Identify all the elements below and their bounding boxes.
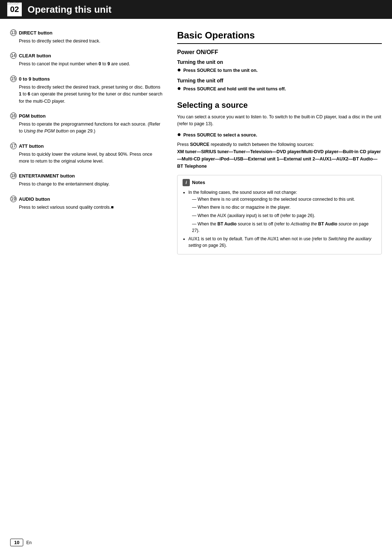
page-content: 13 DIRECT button Press to directly selec… bbox=[0, 19, 392, 265]
page-number: 10 bbox=[10, 539, 23, 546]
item-14-number: 14 bbox=[10, 52, 17, 59]
item-19-header: 19 AUDIO button bbox=[10, 196, 163, 203]
turn-on-subtitle: Turning the unit on bbox=[177, 59, 382, 65]
notes-header: i Notes bbox=[183, 179, 376, 186]
item-13-header: 13 DIRECT button bbox=[10, 30, 163, 36]
item-17-title: ATT button bbox=[19, 143, 44, 149]
item-16-header: 16 PGM button bbox=[10, 113, 163, 119]
note-item-2: AUX1 is set to on by default. Turn off t… bbox=[188, 236, 376, 249]
item-15-header: 15 0 to 9 buttons bbox=[10, 76, 163, 82]
note-sub-item-4: When the BT Audio source is set to off (… bbox=[192, 221, 376, 234]
item-15-body: Press to directly select the desired tra… bbox=[19, 84, 163, 105]
item-17: 17 ATT button Press to quickly lower the… bbox=[10, 143, 163, 165]
item-14-title: CLEAR button bbox=[19, 53, 51, 58]
select-source-text: Press SOURCE to select a source. bbox=[183, 132, 257, 139]
page-footer: 10 En bbox=[10, 539, 32, 546]
item-18-title: ENTERTAINMENT button bbox=[19, 173, 75, 179]
note-sub-item-2: When there is no disc or magazine in the… bbox=[192, 204, 376, 211]
item-13: 13 DIRECT button Press to directly selec… bbox=[10, 30, 163, 45]
page-header: Section 02 Operating this unit bbox=[0, 0, 392, 19]
turn-off-bullet: ● Press SOURCE and hold until the unit t… bbox=[177, 86, 382, 93]
item-18-header: 18 ENTERTAINMENT button bbox=[10, 173, 163, 179]
item-18: 18 ENTERTAINMENT button Press to change … bbox=[10, 173, 163, 188]
left-column: 13 DIRECT button Press to directly selec… bbox=[10, 30, 163, 254]
item-18-body: Press to change to the entertainment dis… bbox=[19, 181, 163, 188]
item-17-body: Press to quickly lower the volume level,… bbox=[19, 151, 163, 165]
power-section-title: Power ON/OFF bbox=[177, 49, 382, 56]
select-source-bullet: ● Press SOURCE to select a source. bbox=[177, 132, 382, 139]
item-17-header: 17 ATT button bbox=[10, 143, 163, 150]
note-sub-item-3: When the AUX (auxiliary input) is set to… bbox=[192, 212, 376, 219]
section-label: Section bbox=[7, 1, 19, 5]
item-19: 19 AUDIO button Press to select various … bbox=[10, 196, 163, 211]
item-15-title: 0 to 9 buttons bbox=[19, 76, 50, 82]
item-17-number: 17 bbox=[10, 143, 17, 149]
item-16-body: Press to operate the preprogrammed funct… bbox=[19, 121, 163, 135]
notes-icon: i bbox=[183, 179, 190, 186]
notes-title: Notes bbox=[192, 179, 205, 186]
bullet-dot-icon: ● bbox=[177, 66, 181, 73]
item-13-body: Press to directly select the desired tra… bbox=[19, 38, 163, 45]
turn-off-text: Press SOURCE and hold until the unit tur… bbox=[183, 86, 286, 93]
notes-box: i Notes In the following cases, the soun… bbox=[177, 175, 382, 254]
selecting-intro: You can select a source you want to list… bbox=[177, 114, 382, 128]
turn-on-text: Press SOURCE to turn the unit on. bbox=[183, 67, 258, 74]
item-18-number: 18 bbox=[10, 172, 17, 179]
bullet-dot-icon-2: ● bbox=[177, 85, 181, 91]
item-14-body: Press to cancel the input number when 0 … bbox=[19, 61, 163, 68]
item-15-number: 15 bbox=[10, 76, 17, 82]
item-19-body: Press to select various sound quality co… bbox=[19, 204, 163, 211]
item-19-title: AUDIO button bbox=[19, 196, 50, 202]
turn-off-subtitle: Turning the unit off bbox=[177, 78, 382, 83]
item-13-number: 13 bbox=[10, 29, 17, 36]
item-19-number: 19 bbox=[10, 196, 17, 202]
item-16: 16 PGM button Press to operate the prepr… bbox=[10, 113, 163, 135]
note-sub-list: When there is no unit corresponding to t… bbox=[188, 196, 376, 234]
selecting-title: Selecting a source bbox=[177, 101, 382, 110]
item-14: 14 CLEAR button Press to cancel the inpu… bbox=[10, 53, 163, 68]
item-13-title: DIRECT button bbox=[19, 30, 52, 36]
page-title: Operating this unit bbox=[28, 4, 111, 15]
note-item-1: In the following cases, the sound source… bbox=[188, 189, 376, 234]
bullet-dot-icon-3: ● bbox=[177, 131, 181, 138]
item-16-number: 16 bbox=[10, 113, 17, 119]
sources-description: Press SOURCE repeatedly to switch betwee… bbox=[177, 141, 382, 170]
notes-list: In the following cases, the sound source… bbox=[183, 189, 376, 249]
basic-ops-title: Basic Operations bbox=[177, 30, 382, 44]
turn-on-bullet: ● Press SOURCE to turn the unit on. bbox=[177, 67, 382, 74]
item-16-title: PGM button bbox=[19, 113, 46, 119]
item-14-header: 14 CLEAR button bbox=[10, 53, 163, 59]
note-sub-item-1: When there is no unit corresponding to t… bbox=[192, 196, 376, 203]
footer-language: En bbox=[26, 540, 32, 545]
item-15: 15 0 to 9 buttons Press to directly sele… bbox=[10, 76, 163, 105]
right-column: Basic Operations Power ON/OFF Turning th… bbox=[177, 30, 382, 254]
